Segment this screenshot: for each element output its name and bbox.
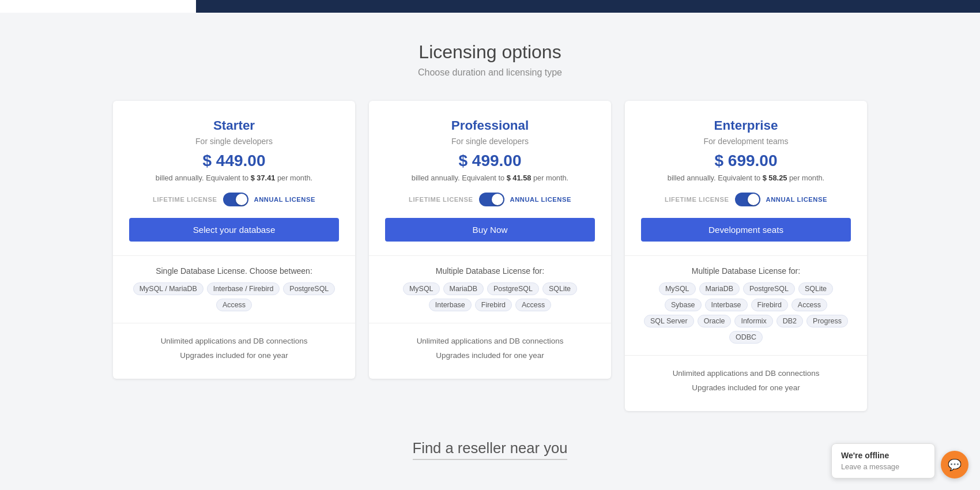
professional-card: Professional For single developers $ 499… [369, 101, 611, 379]
db-tag: MariaDB [443, 282, 484, 295]
starter-billing: billed annually. Equivalent to $ 37.41 p… [129, 174, 339, 182]
starter-features: Unlimited applications and DB connection… [129, 334, 339, 363]
chat-icon: 💬 [948, 458, 962, 472]
enterprise-toggle-right: ANNUAL LICENSE [766, 196, 827, 203]
nav-tab-4[interactable] [588, 0, 784, 13]
page-title-section: Licensing options Choose duration and li… [98, 42, 882, 78]
starter-db-title: Single Database License. Choose between: [129, 266, 339, 276]
enterprise-feature-1: Unlimited applications and DB connection… [641, 366, 851, 380]
db-tag: SQL Server [644, 315, 694, 327]
starter-toggle[interactable] [223, 193, 248, 206]
starter-price: $ 449.00 [129, 152, 339, 170]
db-tag: PostgreSQL [487, 282, 539, 295]
starter-toggle-left: LIFETIME LICENSE [153, 196, 217, 203]
enterprise-title: Enterprise [641, 118, 851, 133]
enterprise-toggle-knob [748, 194, 759, 205]
professional-toggle[interactable] [479, 193, 504, 206]
professional-divider [369, 255, 611, 256]
enterprise-cta-button[interactable]: Development seats [641, 218, 851, 242]
chat-widget: We're offline Leave a message 💬 [831, 443, 968, 478]
starter-toggle-right: ANNUAL LICENSE [254, 196, 315, 203]
professional-subtitle: For single developers [385, 137, 595, 146]
enterprise-subtitle: For development teams [641, 137, 851, 146]
enterprise-db-title: Multiple Database License for: [641, 266, 851, 276]
db-tag: Access [216, 299, 252, 311]
enterprise-divider [625, 255, 867, 256]
professional-toggle-right: ANNUAL LICENSE [510, 196, 571, 203]
db-tag: Interbase [429, 299, 472, 311]
professional-feature-2: Upgrades included for one year [385, 348, 595, 363]
professional-feature-1: Unlimited applications and DB connection… [385, 334, 595, 348]
top-nav [0, 0, 980, 13]
chat-bubble-title: We're offline [841, 451, 925, 460]
starter-divider [113, 255, 355, 256]
professional-cta-button[interactable]: Buy Now [385, 218, 595, 242]
nav-tab-5[interactable] [784, 0, 980, 13]
enterprise-feature-2: Upgrades included for one year [641, 380, 851, 395]
db-tag: PostgreSQL [283, 282, 335, 295]
professional-toggle-knob [492, 194, 503, 205]
chat-open-button[interactable]: 💬 [941, 451, 968, 478]
nav-tab-1[interactable] [0, 0, 196, 13]
professional-toggle-left: LIFETIME LICENSE [409, 196, 473, 203]
starter-db-tags: MySQL / MariaDB Interbase / Firebird Pos… [129, 282, 339, 311]
db-tag: MySQL / MariaDB [133, 282, 203, 295]
starter-toggle-knob [236, 194, 247, 205]
db-tag: DB2 [777, 315, 803, 327]
enterprise-features: Unlimited applications and DB connection… [641, 366, 851, 395]
bottom-title: Find a reseller near you [413, 440, 568, 460]
cards-container: Starter For single developers $ 449.00 b… [98, 101, 882, 411]
db-tag: Access [515, 299, 551, 311]
db-tag: Oracle [698, 315, 732, 327]
enterprise-feature-divider [625, 355, 867, 356]
enterprise-db-tags: MySQL MariaDB PostgreSQL SQLite Sybase I… [641, 282, 851, 344]
professional-billing: billed annually. Equivalent to $ 41.58 p… [385, 174, 595, 182]
enterprise-price: $ 699.00 [641, 152, 851, 170]
db-tag: Sybase [665, 299, 702, 311]
db-tag: ODBC [729, 331, 763, 344]
chat-bubble[interactable]: We're offline Leave a message [831, 443, 935, 478]
professional-feature-divider [369, 323, 611, 323]
enterprise-card: Enterprise For development teams $ 699.0… [625, 101, 867, 411]
professional-price: $ 499.00 [385, 152, 595, 170]
professional-features: Unlimited applications and DB connection… [385, 334, 595, 363]
enterprise-toggle[interactable] [735, 193, 760, 206]
starter-feature-2: Upgrades included for one year [129, 348, 339, 363]
db-tag: MySQL [403, 282, 440, 295]
page-subtitle: Choose duration and licensing type [98, 67, 882, 78]
starter-cta-button[interactable]: Select your database [129, 218, 339, 242]
db-tag: Firebird [475, 299, 512, 311]
professional-db-title: Multiple Database License for: [385, 266, 595, 276]
chat-bubble-subtitle: Leave a message [841, 462, 925, 471]
db-tag: Interbase / Firebird [207, 282, 280, 295]
db-tag: MySQL [659, 282, 696, 295]
db-tag: Informix [734, 315, 772, 327]
page-title: Licensing options [98, 42, 882, 63]
enterprise-toggle-left: LIFETIME LICENSE [665, 196, 729, 203]
starter-title: Starter [129, 118, 339, 133]
db-tag: Firebird [751, 299, 788, 311]
nav-tab-3[interactable] [392, 0, 588, 13]
starter-feature-divider [113, 323, 355, 323]
main-content: Licensing options Choose duration and li… [86, 13, 894, 483]
db-tag: MariaDB [699, 282, 740, 295]
professional-toggle-row: LIFETIME LICENSE ANNUAL LICENSE [385, 193, 595, 206]
starter-toggle-row: LIFETIME LICENSE ANNUAL LICENSE [129, 193, 339, 206]
enterprise-toggle-row: LIFETIME LICENSE ANNUAL LICENSE [641, 193, 851, 206]
db-tag: Access [791, 299, 827, 311]
professional-db-tags: MySQL MariaDB PostgreSQL SQLite Interbas… [385, 282, 595, 311]
enterprise-billing: billed annually. Equivalent to $ 58.25 p… [641, 174, 851, 182]
starter-feature-1: Unlimited applications and DB connection… [129, 334, 339, 348]
db-tag: Progress [806, 315, 848, 327]
db-tag: SQLite [798, 282, 833, 295]
db-tag: Interbase [705, 299, 748, 311]
nav-tab-2[interactable] [196, 0, 392, 13]
db-tag: PostgreSQL [743, 282, 795, 295]
bottom-section: Find a reseller near you [98, 440, 882, 460]
starter-card: Starter For single developers $ 449.00 b… [113, 101, 355, 379]
starter-subtitle: For single developers [129, 137, 339, 146]
db-tag: SQLite [542, 282, 577, 295]
professional-title: Professional [385, 118, 595, 133]
